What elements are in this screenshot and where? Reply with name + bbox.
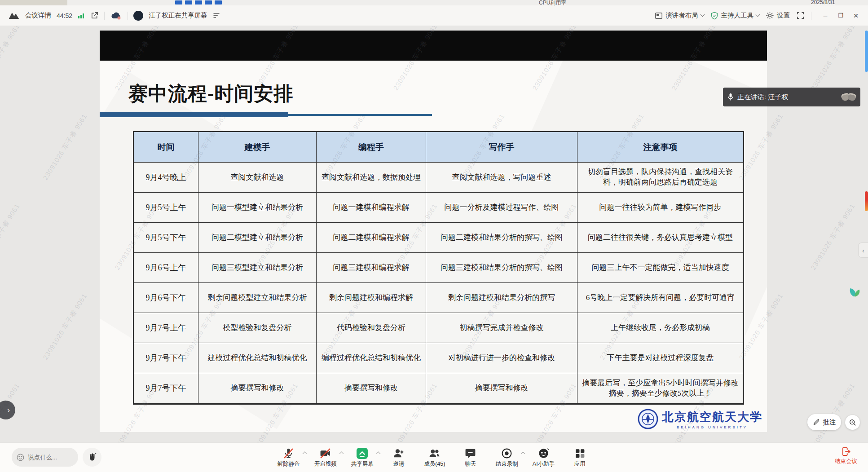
divider — [128, 12, 128, 20]
leave-meeting-button[interactable]: 结束会议 — [835, 446, 857, 465]
toolbar-item-label: AI小助手 — [533, 460, 555, 468]
expand-panel-button[interactable]: › — [0, 401, 15, 419]
sharing-list-icon[interactable] — [213, 13, 220, 18]
maximize-button[interactable]: ❐ — [833, 8, 848, 23]
toolbar-item-label: 开启视频 — [314, 460, 337, 468]
toolbar-item-members[interactable]: 成员(45) — [424, 447, 445, 468]
table-cell: 问题一往往较为简单，建模写作同步 — [577, 193, 743, 223]
schedule-table: 时间建模手编程手写作手注意事项9月4号晚上查阅文献和选题查阅文献和选题，数据预处… — [133, 131, 744, 405]
layout-icon — [655, 12, 663, 20]
chevron-up-icon[interactable] — [339, 452, 344, 456]
table-header-cell: 编程手 — [317, 132, 426, 163]
table-cell: 代码检验和复盘分析 — [317, 313, 426, 343]
toolbar-item-record[interactable]: 结束录制 — [496, 447, 518, 468]
watermark-text: 23091026 车子睿 9061 — [41, 112, 89, 182]
table-cell: 剩余问题建模和编程求解 — [317, 283, 426, 313]
share-screen-icon — [356, 447, 368, 459]
chevron-up-icon[interactable] — [302, 452, 307, 456]
speaker-layout-button[interactable]: 演讲者布局 — [655, 11, 704, 20]
background-tab — [215, 0, 222, 4]
background-cpu-label: CPU利用率 — [539, 0, 566, 5]
sprout-sticker-icon[interactable] — [845, 280, 864, 301]
table-cell: 问题一分析及建模过程写作、绘图 — [426, 193, 577, 223]
watermark-text: 23091026 车子睿 9061 — [41, 292, 89, 362]
table-cell: 剩余问题建模和结果分析的撰写 — [426, 283, 577, 313]
toolbar-item-label: 解除静音 — [278, 460, 300, 468]
magnifier-plus-icon — [849, 419, 857, 427]
annotate-button[interactable]: 批注 — [807, 414, 841, 430]
table-cell: 查阅文献和选题，写问题重述 — [426, 163, 577, 193]
table-header-cell: 时间 — [134, 132, 198, 163]
watermark-text: 23091026 车子睿 9061 — [809, 26, 857, 92]
toolbar-item-chat[interactable]: 聊天 — [460, 447, 481, 468]
table-cell: 查阅文献和选题，数据预处理 — [317, 163, 426, 193]
toolbar-item-share[interactable]: 共享屏幕 — [351, 447, 374, 468]
table-cell: 模型检验和复盘分析 — [198, 313, 317, 343]
cloud-record-icon[interactable] — [110, 11, 122, 20]
chevron-up-icon[interactable] — [520, 452, 525, 456]
toolbar-item-label: 结束录制 — [496, 460, 518, 468]
gear-icon — [766, 11, 774, 20]
watermark-text: 23091026 车子睿 9061 — [0, 26, 22, 92]
title-underline-thin — [288, 114, 432, 116]
meeting-details-button[interactable]: 会议详情 — [25, 11, 51, 20]
speaking-indicator: 正在讲话: 汪子权 — [723, 88, 860, 106]
background-window-strip: CPU利用率 2025/8/31 — [0, 0, 868, 5]
panel-collapse-handle[interactable]: ‹ — [858, 243, 868, 258]
reaction-hands-icon — [843, 93, 856, 101]
table-cell: 问题二模型建立和结果分析 — [198, 223, 317, 253]
invite-person-icon — [392, 447, 405, 459]
meeting-timer: 44:52 — [57, 12, 72, 19]
mic-active-icon — [727, 93, 734, 101]
zoom-in-button[interactable] — [845, 415, 860, 430]
ai-assistant-icon — [538, 447, 550, 459]
table-cell: 9月4号晚上 — [134, 163, 198, 193]
table-header-cell: 写作手 — [426, 132, 577, 163]
popout-icon[interactable] — [90, 11, 99, 20]
table-cell: 9月6号下午 — [134, 283, 198, 313]
watermark-text: 23091026 车子睿 9061 — [809, 382, 857, 442]
table-cell: 问题二建模和编程求解 — [317, 223, 426, 253]
close-button[interactable]: × — [848, 8, 864, 23]
toolbar-item-apps[interactable]: 应用 — [569, 447, 590, 468]
toolbar-item-invite[interactable]: 邀请 — [388, 447, 410, 468]
toolbar-item-unmute[interactable]: 解除静音 — [278, 447, 300, 468]
table-cell: 问题三建模和结果分析的撰写、绘图 — [426, 253, 577, 283]
table-cell: 摘要撰写和修改 — [317, 373, 426, 403]
scroll-alert-marker — [865, 191, 868, 211]
toolbar-item-ai[interactable]: AI小助手 — [533, 447, 555, 468]
settings-button[interactable]: 设置 — [766, 11, 790, 20]
leave-meeting-icon — [841, 446, 851, 457]
divider — [811, 12, 811, 20]
toolbar-item-label: 聊天 — [465, 460, 476, 468]
chat-icon — [464, 447, 476, 459]
background-date: 2025/8/31 — [811, 0, 835, 5]
table-cell: 编程过程优化总结和初稿优化 — [317, 343, 426, 373]
chevron-up-icon[interactable] — [376, 452, 380, 456]
host-tools-button[interactable]: 主持人工具 — [710, 11, 760, 20]
table-cell: 摘要撰写和修改 — [198, 373, 317, 403]
scrollbar-thumb[interactable] — [865, 31, 868, 72]
table-cell: 9月7号上午 — [134, 313, 198, 343]
meeting-window: CPU利用率 2025/8/31 会议详情 44:52 汪子权正在共享屏幕 — [0, 0, 868, 472]
background-window-fragment — [0, 0, 67, 5]
stop-record-icon — [501, 447, 513, 459]
background-tab — [175, 0, 182, 4]
minimize-button[interactable]: – — [818, 8, 833, 23]
sharing-status-text: 汪子权正在共享屏幕 — [149, 11, 207, 20]
table-cell: 摘要最后写，至少应拿出5小时时间撰写并修改摘要，摘要至少修改5次以上！ — [577, 373, 743, 403]
background-tab — [205, 0, 212, 4]
table-cell: 初稿撰写完成并检查修改 — [426, 313, 577, 343]
table-cell: 问题一模型建立和结果分析 — [198, 193, 317, 223]
toolbar-actions: 解除静音开启视频共享屏幕邀请成员(45)聊天结束录制AI小助手应用 — [0, 443, 868, 472]
table-cell: 问题三建模和编程求解 — [317, 253, 426, 283]
divider — [104, 12, 105, 20]
university-name-en: BEIHANG UNIVERSITY — [662, 425, 762, 429]
university-emblem-icon — [638, 409, 658, 429]
table-cell: 建模过程优化总结和初稿优化 — [198, 343, 317, 373]
fullscreen-icon[interactable] — [796, 11, 805, 20]
table-cell: 上午继续收尾，务必形成初稿 — [577, 313, 743, 343]
toolbar-item-camera[interactable]: 开启视频 — [314, 447, 337, 468]
university-name: 北京航空航天大学 — [662, 409, 762, 425]
watermark-text: 23091026 车子睿 9061 — [0, 202, 22, 272]
